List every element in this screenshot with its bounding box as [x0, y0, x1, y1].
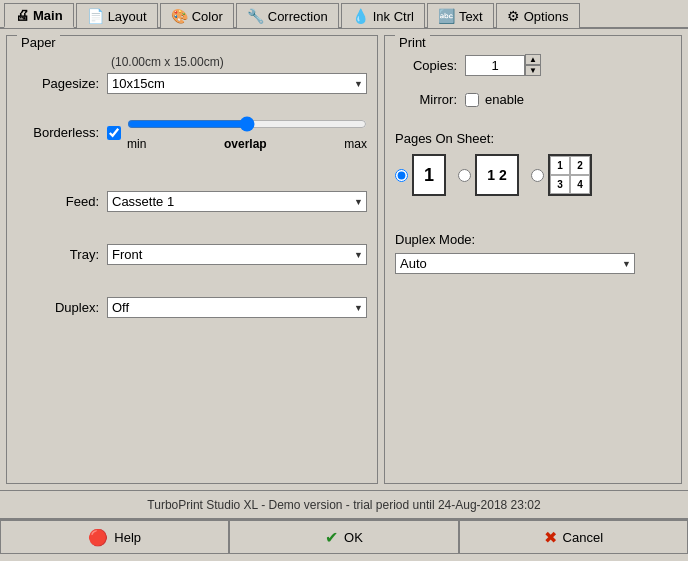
copies-input[interactable] — [465, 55, 525, 76]
cancel-label: Cancel — [563, 530, 603, 545]
tab-options-label: Options — [524, 9, 569, 24]
tab-text[interactable]: 🔤 Text — [427, 3, 494, 28]
ok-icon: ✔ — [325, 528, 338, 547]
copies-up-button[interactable]: ▲ — [525, 54, 541, 65]
page-icon-2: 1 2 — [475, 154, 519, 196]
page-option-2[interactable]: 1 2 — [458, 154, 519, 196]
tab-text-label: Text — [459, 9, 483, 24]
layout-icon: 📄 — [87, 8, 104, 24]
copies-down-button[interactable]: ▼ — [525, 65, 541, 76]
page-icon-1: 1 — [412, 154, 446, 196]
text-icon: 🔤 — [438, 8, 455, 24]
mirror-enable-label: enable — [485, 92, 524, 107]
mirror-label: Mirror: — [395, 92, 465, 107]
tab-correction-label: Correction — [268, 9, 328, 24]
page-icon-4: 1 2 3 4 — [548, 154, 592, 196]
pagesize-label: Pagesize: — [17, 76, 107, 91]
mirror-row: Mirror: enable — [395, 92, 671, 107]
paper-group-label: Paper — [17, 35, 60, 50]
slider-min-label: min — [127, 137, 146, 151]
slider-overlap-label: overlap — [224, 137, 267, 151]
feed-select-wrapper: Cassette 1 Manual Auto — [107, 191, 367, 212]
tab-main[interactable]: 🖨 Main — [4, 3, 74, 28]
help-icon: 🔴 — [88, 528, 108, 547]
tray-select-wrapper: Front Rear — [107, 244, 367, 265]
duplex-mode-label: Duplex Mode: — [395, 232, 671, 247]
color-icon: 🎨 — [171, 8, 188, 24]
tab-main-label: Main — [33, 8, 63, 23]
tab-inkctrl[interactable]: 💧 Ink Ctrl — [341, 3, 425, 28]
feed-label: Feed: — [17, 194, 107, 209]
cancel-icon: ✖ — [544, 528, 557, 547]
feed-row: Feed: Cassette 1 Manual Auto — [17, 191, 367, 212]
ok-label: OK — [344, 530, 363, 545]
tab-options[interactable]: ⚙ Options — [496, 3, 580, 28]
tab-color-label: Color — [192, 9, 223, 24]
pages-options: 1 1 2 1 2 3 4 — [395, 154, 671, 196]
pages-on-sheet-label: Pages On Sheet: — [395, 131, 671, 146]
borderless-checkbox[interactable] — [107, 126, 121, 140]
bottom-buttons: 🔴 Help ✔ OK ✖ Cancel — [0, 518, 688, 554]
mirror-checkbox[interactable] — [465, 93, 479, 107]
tray-label: Tray: — [17, 247, 107, 262]
copies-label: Copies: — [395, 58, 465, 73]
help-label: Help — [114, 530, 141, 545]
overlap-slider[interactable] — [127, 114, 367, 134]
paper-duplex-select-wrapper: Off Long Edge Short Edge — [107, 297, 367, 318]
inkctrl-icon: 💧 — [352, 8, 369, 24]
duplex-mode-section: Duplex Mode: Auto Off Long Edge Short Ed… — [395, 232, 671, 274]
feed-select[interactable]: Cassette 1 Manual Auto — [107, 191, 367, 212]
main-content: Paper (10.00cm x 15.00cm) Pagesize: 10x1… — [0, 29, 688, 490]
slider-max-label: max — [344, 137, 367, 151]
paper-duplex-label: Duplex: — [17, 300, 107, 315]
options-icon: ⚙ — [507, 8, 520, 24]
paper-duplex-row: Duplex: Off Long Edge Short Edge — [17, 297, 367, 318]
paper-duplex-select[interactable]: Off Long Edge Short Edge — [107, 297, 367, 318]
borderless-content: min overlap max — [127, 114, 367, 151]
correction-icon: 🔧 — [247, 8, 264, 24]
borderless-row: Borderless: min overlap max — [17, 114, 367, 151]
status-text: TurboPrint Studio XL - Demo version - tr… — [147, 498, 540, 512]
ok-button[interactable]: ✔ OK — [229, 520, 458, 554]
pagesize-select[interactable]: 10x15cm A4 A5 Letter — [107, 73, 367, 94]
tab-layout-label: Layout — [108, 9, 147, 24]
cancel-button[interactable]: ✖ Cancel — [459, 520, 688, 554]
status-bar: TurboPrint Studio XL - Demo version - tr… — [0, 490, 688, 518]
page-radio-2[interactable] — [458, 169, 471, 182]
borderless-label: Borderless: — [17, 125, 107, 140]
pagesize-row: Pagesize: 10x15cm A4 A5 Letter — [17, 73, 367, 94]
print-group: Print Copies: ▲ ▼ Mirror: enable Pages O… — [384, 35, 682, 484]
duplex-mode-select[interactable]: Auto Off Long Edge Short Edge — [395, 253, 635, 274]
tray-row: Tray: Front Rear — [17, 244, 367, 265]
pagesize-note: (10.00cm x 15.00cm) — [111, 55, 224, 69]
tab-layout[interactable]: 📄 Layout — [76, 3, 158, 28]
print-group-label: Print — [395, 35, 430, 50]
copies-spinner: ▲ ▼ — [465, 54, 541, 76]
spinner-buttons: ▲ ▼ — [525, 54, 541, 76]
copies-row: Copies: ▲ ▼ — [395, 54, 671, 76]
page-radio-1[interactable] — [395, 169, 408, 182]
pages-on-sheet-section: Pages On Sheet: 1 1 2 1 2 — [395, 131, 671, 196]
main-icon: 🖨 — [15, 7, 29, 23]
paper-group: Paper (10.00cm x 15.00cm) Pagesize: 10x1… — [6, 35, 378, 484]
tab-bar: 🖨 Main 📄 Layout 🎨 Color 🔧 Correction 💧 I… — [0, 0, 688, 29]
help-button[interactable]: 🔴 Help — [0, 520, 229, 554]
pagesize-select-wrapper: 10x15cm A4 A5 Letter — [107, 73, 367, 94]
tab-correction[interactable]: 🔧 Correction — [236, 3, 339, 28]
slider-container — [127, 114, 367, 137]
slider-labels: min overlap max — [127, 137, 367, 151]
tab-inkctrl-label: Ink Ctrl — [373, 9, 414, 24]
tab-color[interactable]: 🎨 Color — [160, 3, 234, 28]
tray-select[interactable]: Front Rear — [107, 244, 367, 265]
duplex-mode-select-wrapper: Auto Off Long Edge Short Edge — [395, 253, 635, 274]
page-radio-4[interactable] — [531, 169, 544, 182]
page-option-1[interactable]: 1 — [395, 154, 446, 196]
page-option-4[interactable]: 1 2 3 4 — [531, 154, 592, 196]
